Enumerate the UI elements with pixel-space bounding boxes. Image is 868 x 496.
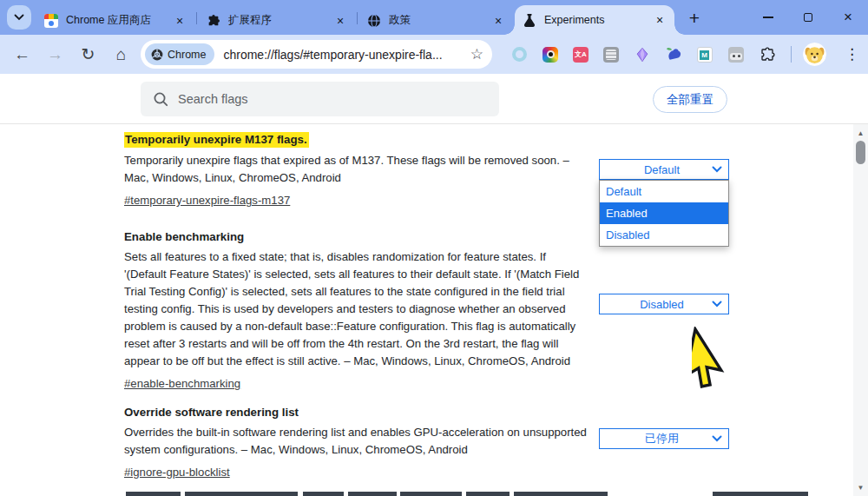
lens-extension-icon[interactable] (542, 46, 559, 63)
flag-description: Sets all features to a fixed state; that… (124, 248, 589, 370)
site-chip[interactable]: Chrome (145, 43, 214, 65)
option-disabled[interactable]: Disabled (600, 224, 728, 246)
tab-search-button[interactable] (7, 5, 31, 30)
flag-entry-enable-benchmarking: Enable benchmarking Sets all features to… (124, 228, 593, 391)
tab-policy[interactable]: 政策 × (359, 6, 513, 35)
dog-avatar-icon (803, 43, 826, 66)
flag-entry-override-software-rendering: Override software rendering list Overrid… (124, 404, 593, 479)
tab-divider (196, 12, 197, 24)
flask-icon (522, 13, 536, 28)
puzzle-icon (206, 13, 220, 28)
gem-extension-icon[interactable] (634, 46, 651, 63)
minimize-icon (763, 17, 773, 18)
flag-description: Overrides the built-in software renderin… (124, 424, 589, 459)
tab-strip: Chrome 应用商店 × 扩展程序 × 政策 × Experiments × … (0, 0, 868, 35)
tab-chrome-webstore[interactable]: Chrome 应用商店 × (36, 6, 194, 35)
tab-close-button[interactable]: × (332, 13, 348, 29)
window-controls: × (748, 0, 868, 35)
browser-toolbar: ← → ↻ ⌂ Chrome chrome://flags/#temporary… (0, 35, 868, 74)
forward-button[interactable]: → (42, 41, 69, 68)
toolbar-separator (791, 46, 792, 63)
tab-divider (357, 12, 358, 24)
extensions-row: 文A M (510, 35, 776, 74)
tab-experiments-active[interactable]: Experiments × (515, 5, 674, 35)
flag-title-highlighted: Temporarily unexpire M137 flags. (124, 132, 309, 148)
minimize-button[interactable] (748, 0, 788, 35)
tab-close-button[interactable]: × (172, 13, 187, 29)
scroll-down-arrow[interactable]: ▼ (853, 480, 868, 494)
flags-list: Temporarily unexpire M137 flags. Tempora… (0, 124, 868, 496)
flag-permalink[interactable]: #temporary-unexpire-flags-m137 (124, 193, 290, 208)
flag-description: Temporarily unexpire flags that expired … (124, 152, 589, 187)
ring-extension-icon[interactable] (510, 46, 528, 63)
browser-menu-button[interactable]: ⋮ (838, 41, 865, 68)
url-text[interactable]: chrome://flags/#temporary-unexpire-fla..… (223, 48, 466, 62)
tab-title: 扩展程序 (228, 13, 327, 28)
select-value: Disabled (600, 298, 712, 311)
chevron-down-icon (712, 301, 722, 308)
flag-select-temporary-unexpire[interactable]: Default (599, 159, 729, 180)
translate-extension-icon[interactable]: 文A (573, 47, 589, 63)
tab-title: Experiments (544, 14, 647, 26)
flags-header: 全部重置 (0, 74, 868, 124)
select-dropdown-list: Default Enabled Disabled (599, 180, 729, 247)
tab-title: 政策 (389, 13, 485, 28)
home-button[interactable]: ⌂ (108, 41, 135, 68)
scrollbar-thumb[interactable] (856, 141, 865, 164)
maximize-icon (804, 13, 812, 22)
chrome-webstore-icon (43, 13, 58, 28)
reset-all-button[interactable]: 全部重置 (653, 86, 727, 113)
extensions-puzzle-icon[interactable] (759, 46, 776, 63)
scroll-up-arrow[interactable]: ▲ (853, 126, 868, 140)
select-value: Default (600, 163, 712, 176)
reload-button[interactable]: ↻ (75, 41, 102, 68)
close-window-button[interactable]: × (828, 0, 868, 35)
reader-extension-icon[interactable] (602, 46, 620, 63)
chevron-down-icon (712, 435, 722, 442)
globe-icon (366, 13, 381, 28)
option-enabled-selected[interactable]: Enabled (600, 202, 728, 224)
back-button[interactable]: ← (9, 41, 36, 68)
search-icon (153, 91, 168, 107)
tab-extensions[interactable]: 扩展程序 × (199, 6, 355, 35)
flag-permalink[interactable]: #ignore-gpu-blocklist (124, 465, 230, 479)
new-tab-button[interactable]: + (682, 6, 707, 30)
select-value: 已停用 (600, 431, 712, 446)
vertical-scrollbar[interactable]: ▲ ▼ (853, 124, 868, 496)
mouse-cursor-icon (692, 327, 742, 396)
chevron-down-icon (14, 14, 24, 21)
flag-title: Enable benchmarking (124, 229, 244, 244)
tab-close-button[interactable]: × (652, 12, 667, 28)
chevron-down-icon (712, 166, 722, 173)
flag-entry-temporary-unexpire: Temporarily unexpire M137 flags. Tempora… (124, 131, 593, 208)
flag-select-override-software-rendering[interactable]: 已停用 (599, 428, 729, 449)
bird-extension-icon[interactable] (665, 46, 682, 63)
profile-avatar[interactable] (803, 43, 826, 66)
flag-select-enable-benchmarking[interactable]: Disabled (599, 294, 729, 314)
flag-permalink[interactable]: #enable-benchmarking (124, 376, 240, 391)
omnibox[interactable]: Chrome chrome://flags/#temporary-unexpir… (141, 40, 492, 69)
maximize-button[interactable] (788, 0, 828, 35)
sockets-extension-icon[interactable] (727, 46, 745, 63)
search-flags-input[interactable] (178, 92, 499, 106)
site-chip-label: Chrome (168, 49, 206, 61)
tab-title: Chrome 应用商店 (66, 13, 167, 28)
markdown-extension-icon[interactable]: M (696, 46, 713, 63)
option-default[interactable]: Default (600, 181, 728, 202)
search-flags-box[interactable] (141, 82, 499, 116)
flag-title: Override software rendering list (124, 405, 299, 420)
bookmark-star-icon[interactable]: ☆ (470, 45, 483, 63)
chrome-logo-icon (151, 49, 163, 61)
